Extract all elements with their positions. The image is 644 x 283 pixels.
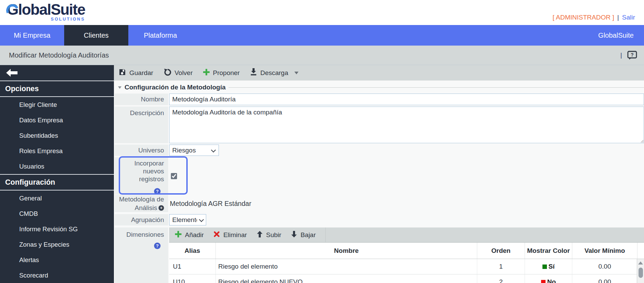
svg-text:?: ? (631, 52, 634, 58)
cell-orden: 2 (477, 274, 525, 283)
collapse-triangle-icon[interactable] (118, 86, 121, 89)
sidebar-back-strip (0, 65, 114, 81)
sidebar-item-elegir-cliente[interactable]: Elegir Cliente (0, 97, 114, 112)
row-descripcion: Descripción Metodología Auditoría de la … (115, 107, 644, 143)
col-header-orden: Orden (477, 243, 525, 259)
sidebar-item-usuarios[interactable]: Usuarios (0, 159, 114, 174)
grid-down-button[interactable]: Bajar (291, 231, 316, 239)
dimensiones-label-cell: Dimensiones ? (115, 227, 168, 283)
sidebar-item-alertas[interactable]: Alertas (0, 252, 114, 268)
row-metodologia-analisis: Metodología de Análisis + Metodología AG… (115, 195, 644, 212)
row-dimensiones: Dimensiones ? Añadir (115, 227, 644, 283)
logo-subtext: SOLUTIONS (51, 17, 85, 22)
propose-button[interactable]: Proponer (203, 69, 240, 77)
page-title: Modificar Metodología Auditorías (9, 51, 109, 59)
dimensiones-help-icon[interactable]: ? (154, 243, 161, 249)
scroll-thumb[interactable] (639, 268, 643, 278)
sidebar-item-zonas-y-especies[interactable]: Zonas y Especies (0, 237, 114, 252)
main-nav: Mi Empresa Clientes Plataforma GlobalSui… (0, 25, 644, 46)
incorporar-help-icon[interactable]: ? (154, 188, 161, 195)
scroll-up-icon[interactable] (638, 261, 643, 264)
main-area: Opciones Elegir Cliente Datos Empresa Su… (0, 65, 644, 283)
header-divider: | (617, 14, 619, 21)
back-arrow-icon[interactable] (6, 69, 17, 77)
top-header: GlobalSuite SOLUTIONS [ ADMINISTRADOR ] … (0, 0, 644, 25)
session-area: [ ADMINISTRADOR ] | Salir (553, 10, 635, 25)
title-bar-actions: | ? (620, 51, 637, 60)
cell-mostrar-color: No (525, 274, 572, 283)
download-button[interactable]: Descarga (250, 68, 298, 77)
grid-down-label: Bajar (301, 231, 316, 239)
col-header-mostrar-color: Mostrar Color (525, 243, 572, 259)
grid-up-button[interactable]: Subir (257, 231, 281, 239)
nav-tab-mi-empresa[interactable]: Mi Empresa (0, 25, 64, 46)
cell-mostrar-color: Sí (525, 259, 572, 274)
add-methodology-icon[interactable]: + (159, 205, 164, 211)
incorporar-checkbox[interactable] (171, 173, 177, 179)
sidebar-item-subentidades[interactable]: Subentidades (0, 128, 114, 143)
sidebar-item-cmdb[interactable]: CMDB (0, 206, 114, 221)
nombre-input[interactable] (169, 94, 644, 105)
descripcion-label: Descripción (115, 107, 168, 143)
col-header-spacer (637, 243, 644, 259)
logout-link[interactable]: Salir (622, 14, 635, 21)
save-button[interactable]: Guardar (119, 69, 153, 77)
cell-nombre: Riesgo del elemento NUEVO (216, 274, 477, 283)
grid-scrollbar[interactable] (637, 259, 644, 283)
nombre-label: Nombre (115, 94, 168, 105)
grid-delete-button[interactable]: Eliminar (213, 231, 247, 239)
descripcion-textarea[interactable]: Metodología Auditoría de la compañía (169, 107, 644, 143)
logo[interactable]: GlobalSuite SOLUTIONS (7, 2, 85, 25)
dimensiones-label: Dimensiones (126, 231, 164, 238)
cell-nombre: Riesgo del elemento (216, 259, 477, 274)
row-nombre: Nombre (115, 94, 644, 105)
cell-valor-minimo: 0.00 (572, 274, 637, 283)
col-header-alias: Alias (169, 243, 216, 259)
section-title: Configuración de la Metodología (125, 84, 226, 91)
metodologia-analisis-label: Metodología de Análisis + (115, 195, 168, 212)
nav-tab-plataforma[interactable]: Plataforma (128, 25, 192, 46)
arrow-up-icon (257, 231, 263, 239)
sidebar-item-scorecard[interactable]: Scorecard (0, 268, 114, 283)
agrupacion-select-wrap: Elemento (169, 214, 206, 225)
action-toolbar: Guardar Volver Proponer (114, 65, 644, 81)
row-universo: Universo Riesgos (115, 145, 644, 156)
dimensiones-grid: Añadir Eliminar (169, 227, 644, 283)
help-icon[interactable]: ? (627, 51, 637, 60)
sidebar-item-general[interactable]: General (0, 190, 114, 206)
mostrar-color-value: No (547, 278, 556, 283)
table-row[interactable]: U1 Riesgo del elemento 1 Sí 0.00 (169, 259, 644, 274)
save-icon (119, 69, 126, 77)
propose-label: Proponer (213, 69, 240, 77)
nav-tab-clientes[interactable]: Clientes (64, 25, 128, 46)
universo-select[interactable]: Riesgos (169, 145, 219, 156)
undo-icon (164, 69, 171, 77)
cell-orden: 1 (477, 259, 525, 274)
sidebar-item-informe-revision-sg[interactable]: Informe Revisión SG (0, 221, 114, 237)
title-divider: | (620, 51, 622, 59)
incorporar-label-line2: nuevos (143, 167, 164, 175)
metodologia-label-line2: Análisis (135, 204, 157, 212)
color-swatch (542, 264, 547, 269)
universo-label: Universo (115, 145, 168, 156)
arrow-down-icon (291, 231, 297, 239)
grid-up-label: Subir (266, 231, 281, 239)
cell-valor-minimo: 0.00 (572, 259, 637, 274)
incorporar-label-line1: Incorporar (134, 159, 164, 167)
row-agrupacion: Agrupación Elemento (115, 214, 644, 225)
sidebar-item-roles-empresa[interactable]: Roles Empresa (0, 143, 114, 159)
back-button[interactable]: Volver (164, 69, 193, 77)
universo-select-wrap: Riesgos (169, 145, 219, 156)
metodologia-analisis-value: Metodología AGR Estándar (169, 200, 251, 208)
agrupacion-select[interactable]: Elemento (169, 214, 206, 225)
table-row[interactable]: U10 Riesgo del elemento NUEVO 2 No 0.00 (169, 274, 644, 283)
download-caret-icon (294, 72, 298, 74)
plus-icon (203, 69, 210, 77)
sidebar-heading-opciones: Opciones (0, 81, 114, 97)
role-badge: [ ADMINISTRADOR ] (553, 14, 614, 21)
back-label: Volver (175, 69, 193, 77)
cell-alias: U10 (169, 274, 216, 283)
incorporar-label: Incorporar nuevos registros ? (115, 157, 168, 195)
grid-add-button[interactable]: Añadir (175, 231, 204, 239)
sidebar-item-datos-empresa[interactable]: Datos Empresa (0, 112, 114, 128)
